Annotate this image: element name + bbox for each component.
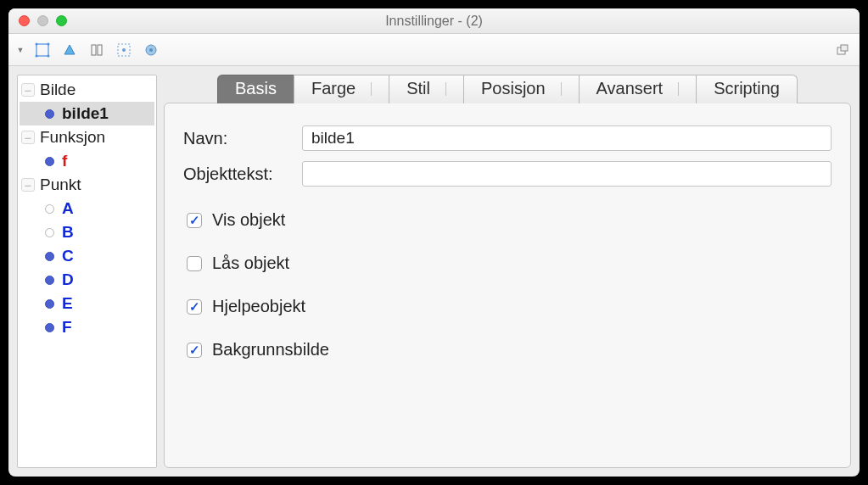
name-field-row: Navn: <box>183 125 832 151</box>
tab-bar: Basis Farge Stil Posisjon Avansert Scrip… <box>164 75 851 103</box>
svg-marker-5 <box>64 45 75 54</box>
tab-label: Avansert <box>596 79 664 98</box>
visibility-dot-icon[interactable] <box>45 204 54 214</box>
caption-field-row: Objekttekst: <box>183 161 832 187</box>
name-label: Navn: <box>183 129 302 148</box>
visibility-dot-icon[interactable] <box>45 252 54 261</box>
svg-point-1 <box>36 42 38 45</box>
properties-icon[interactable] <box>139 39 163 61</box>
tree-item-label: B <box>62 223 74 242</box>
name-input[interactable] <box>302 125 832 151</box>
tab-label: Scripting <box>714 79 780 98</box>
svg-rect-0 <box>36 44 48 56</box>
tab-farge[interactable]: Farge <box>294 75 389 103</box>
tab-scripting[interactable]: Scripting <box>696 75 798 103</box>
titlebar: Innstillinger - (2) <box>8 8 860 34</box>
auxiliary-object-label: Hjelpeobjekt <box>212 297 305 316</box>
tree-item-label: f <box>62 152 67 170</box>
visibility-dot-icon[interactable] <box>45 157 54 166</box>
caption-label: Objekttekst: <box>183 164 302 184</box>
tree-item-a[interactable]: A <box>20 197 154 220</box>
tab-sep <box>371 82 372 96</box>
tree-item-b[interactable]: B <box>20 220 154 244</box>
zoom-window-button[interactable] <box>56 15 67 26</box>
navigation-icon[interactable] <box>112 39 136 61</box>
show-object-checkbox[interactable] <box>187 213 202 228</box>
visibility-dot-icon[interactable] <box>45 323 54 332</box>
tree-item-label: C <box>62 247 74 265</box>
settings-window: Innstillinger - (2) ▼ − Bilde <box>8 8 860 477</box>
collapse-icon[interactable]: − <box>21 178 35 192</box>
traffic-lights <box>8 15 67 26</box>
visibility-dot-icon[interactable] <box>45 299 54 309</box>
svg-point-4 <box>48 54 50 57</box>
svg-rect-13 <box>841 45 848 51</box>
tab-label: Stil <box>406 79 430 98</box>
tree-item-d[interactable]: D <box>20 268 154 292</box>
construct-icon[interactable] <box>85 39 109 61</box>
auxiliary-object-checkbox[interactable] <box>187 299 202 315</box>
tree-item-label: D <box>62 270 74 289</box>
tree-group-punkt[interactable]: − Punkt <box>20 173 154 197</box>
background-image-checkbox[interactable] <box>187 343 202 358</box>
toolbar-dropdown-icon[interactable]: ▼ <box>14 46 27 54</box>
tab-label: Basis <box>235 79 277 98</box>
show-object-row: Vis objekt <box>187 210 832 230</box>
tree-item-bilde1[interactable]: bilde1 <box>20 102 154 125</box>
tab-label: Farge <box>311 79 356 98</box>
background-image-row: Bakgrunnsbilde <box>187 340 832 360</box>
visibility-dot-icon[interactable] <box>45 276 54 285</box>
tree-item-label: bilde1 <box>62 104 109 123</box>
tree-item-label: F <box>62 318 72 337</box>
svg-point-3 <box>36 54 38 57</box>
tree-group-label: Funksjon <box>40 128 105 147</box>
object-tree-sidebar: − Bilde bilde1 − Funksjon f − Punkt A <box>17 75 157 468</box>
point-style-icon[interactable] <box>58 39 81 61</box>
main-panel: Basis Farge Stil Posisjon Avansert Scrip… <box>164 75 851 468</box>
tab-label: Posisjon <box>481 79 546 98</box>
lock-object-row: Lås objekt <box>187 254 832 273</box>
tab-avansert[interactable]: Avansert <box>579 75 697 103</box>
visibility-dot-icon[interactable] <box>45 109 54 119</box>
tree-group-label: Punkt <box>40 176 81 194</box>
background-image-label: Bakgrunnsbilde <box>212 340 329 360</box>
minimize-window-button[interactable] <box>37 15 48 26</box>
show-object-label: Vis objekt <box>212 210 285 230</box>
tab-basis[interactable]: Basis <box>217 75 294 103</box>
tree-item-label: E <box>62 294 73 313</box>
tree-item-label: A <box>62 199 74 218</box>
svg-point-11 <box>149 48 153 52</box>
move-tool-icon[interactable] <box>31 39 54 61</box>
tree-item-f[interactable]: f <box>20 149 154 173</box>
svg-rect-7 <box>98 45 102 55</box>
window-title: Innstillinger - (2) <box>385 14 483 29</box>
tree-group-label: Bilde <box>40 81 76 99</box>
tree-item-e[interactable]: E <box>20 292 154 315</box>
toolbar: ▼ <box>8 34 860 66</box>
tab-stil[interactable]: Stil <box>389 75 464 103</box>
lock-object-checkbox[interactable] <box>187 256 202 271</box>
svg-point-9 <box>122 48 126 52</box>
tab-sep <box>561 82 562 96</box>
tree-group-funksjon[interactable]: − Funksjon <box>20 125 154 149</box>
tab-sep <box>445 82 446 96</box>
tree-group-bilde[interactable]: − Bilde <box>20 78 154 102</box>
svg-rect-6 <box>92 45 96 55</box>
tab-sep <box>678 82 679 96</box>
tree-item-f-point[interactable]: F <box>20 315 154 339</box>
basis-panel: Navn: Objekttekst: Vis objekt Lås objekt <box>164 103 851 468</box>
content-area: − Bilde bilde1 − Funksjon f − Punkt A <box>8 66 860 477</box>
svg-point-2 <box>48 42 50 45</box>
visibility-dot-icon[interactable] <box>45 228 54 237</box>
detach-icon[interactable] <box>831 39 854 61</box>
close-window-button[interactable] <box>19 15 30 26</box>
collapse-icon[interactable]: − <box>21 131 35 144</box>
auxiliary-object-row: Hjelpeobjekt <box>187 297 832 316</box>
lock-object-label: Lås objekt <box>212 254 289 273</box>
caption-input[interactable] <box>302 161 832 187</box>
tree-item-c[interactable]: C <box>20 244 154 268</box>
tab-posisjon[interactable]: Posisjon <box>463 75 580 103</box>
collapse-icon[interactable]: − <box>21 83 35 97</box>
